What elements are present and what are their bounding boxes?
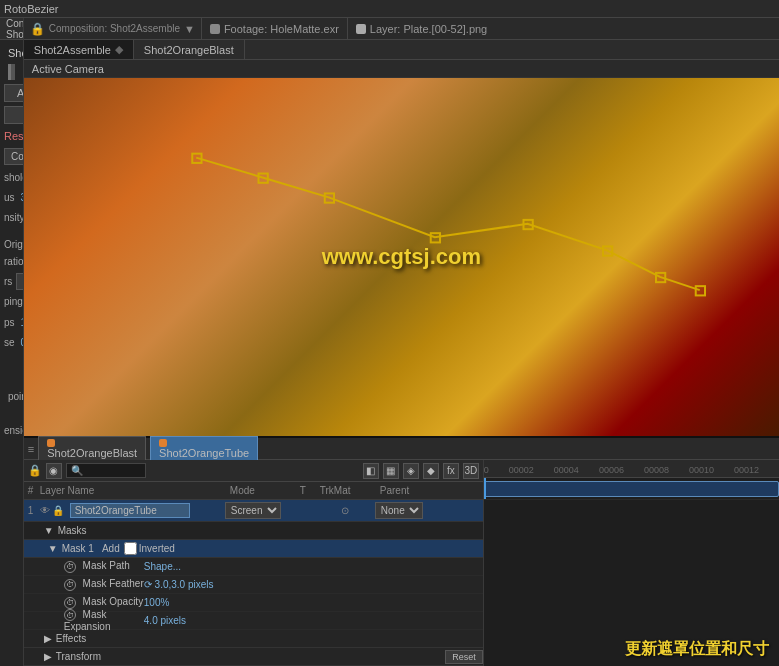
search-input[interactable]: [66, 463, 146, 478]
dimensions-label: ensions: [4, 425, 23, 436]
reset-button[interactable]: Reset: [4, 106, 23, 124]
ruler-8: 00008: [644, 465, 689, 475]
checkpoint-label: point: [4, 391, 23, 402]
stopwatch-icon-path[interactable]: ⏱: [64, 561, 76, 573]
reset-link[interactable]: Reset: [4, 130, 23, 142]
comp-dropdown-icon[interactable]: ▼: [184, 23, 195, 35]
left-panel: Controls: Shot2OrangeTube ✕ Shot2OrangeT…: [0, 18, 24, 666]
threshold-label: shold: [4, 172, 23, 183]
comp-icon[interactable]: ◧: [363, 463, 379, 479]
transform-section[interactable]: ▶ Transform Reset: [24, 648, 483, 666]
mask-expansion-row: ⏱ Mask Expansion 4.0 pixels: [24, 612, 483, 630]
layer-row-1[interactable]: 1 👁 🔒 Shot2OrangeTube Screen: [24, 500, 483, 522]
timeline-right: 0 00002 00004 00006 00008 00010 00012: [484, 460, 779, 666]
checkpoint-row: point 50%: [4, 391, 19, 402]
chinese-text-timeline: 更新遮罩位置和尺寸: [625, 639, 769, 660]
timeline-tab-blast[interactable]: Shot2OrangeBlast: [38, 436, 146, 462]
ruler-4: 00004: [554, 465, 599, 475]
footage-dot: [210, 24, 220, 34]
colors-label: rs: [4, 276, 16, 287]
sub-tab-assemble[interactable]: Shot2Assemble ◆: [24, 40, 134, 59]
3d-icon[interactable]: 3D: [463, 463, 479, 479]
radius-value[interactable]: 30.0: [21, 192, 23, 203]
mask-expansion-value[interactable]: 4.0 pixels: [144, 615, 186, 626]
stopwatch-icon-expansion[interactable]: ⏱: [64, 609, 76, 621]
mask-opacity-value[interactable]: 100%: [144, 597, 170, 608]
triangle-effects: ▶: [44, 633, 52, 644]
timeline-content: 🔒 ◉ ◧ ▦ ◈ ◆ fx 3D # Layer Name: [24, 460, 779, 666]
stopwatch-icon-feather[interactable]: ⏱: [64, 579, 76, 591]
controls-section: Shot2OrangeTube Auto Smooth Reset Reset …: [0, 40, 23, 666]
inverted-checkbox[interactable]: [124, 542, 137, 555]
lock-icon-1[interactable]: 🔒: [52, 505, 64, 516]
track-bar-1[interactable]: [484, 481, 779, 497]
stopwatch-icon-opacity[interactable]: ⏱: [64, 597, 76, 609]
tube-dot: [159, 439, 167, 447]
footage-label: Footage: HoleMatte.exr: [224, 23, 339, 35]
ruler-2: 00002: [509, 465, 554, 475]
top-bar: RotoBezier: [0, 0, 779, 18]
mask-feather-value[interactable]: ⟳ 3.0,3.0 pixels: [144, 579, 214, 590]
button-row: Auto Smooth: [4, 84, 19, 102]
eye-icon-1[interactable]: 👁: [40, 505, 50, 516]
viewport[interactable]: www.cgtsj.com 100% ⊞ ⊟ 00016 📷 🎨 Full ▦ …: [24, 78, 779, 436]
layer-parent-select-1[interactable]: None: [375, 502, 423, 519]
colors-select[interactable]: A & B Colors: [16, 273, 22, 290]
sub-tab-assemble-close[interactable]: ◆: [115, 43, 123, 56]
mode-icon[interactable]: ▦: [383, 463, 399, 479]
solo-icon[interactable]: ◉: [46, 463, 62, 479]
triangle-transform: ▶: [44, 651, 52, 662]
knob-row: [4, 357, 23, 385]
timeline-left: 🔒 ◉ ◧ ▦ ◈ ◆ fx 3D # Layer Name: [24, 460, 484, 666]
layer-icons-1: 👁 🔒: [40, 505, 70, 516]
color-channels-select[interactable]: Color Channels: [4, 148, 23, 165]
ruler-10: 00010: [689, 465, 734, 475]
sub-tab-blast[interactable]: Shot2OrangeBlast: [134, 40, 245, 59]
lock-icon-tl: 🔒: [28, 464, 42, 477]
mask-path-row: ⏱ Mask Path Shape...: [24, 558, 483, 576]
layer-label: Layer: Plate.[00-52].png: [370, 23, 487, 35]
t-header: T: [300, 485, 320, 496]
threshold-row: shold 6.0%: [4, 168, 19, 186]
comp-name: Shot2OrangeTube: [4, 44, 19, 62]
trkmat-header: TrkMat: [320, 485, 380, 496]
parent-icon[interactable]: ◈: [403, 463, 419, 479]
mode-header: Mode: [230, 485, 300, 496]
effects-section[interactable]: ▶ Effects: [24, 630, 483, 648]
parent-header: Parent: [380, 485, 460, 496]
tube-tab-label: Shot2OrangeTube: [159, 447, 249, 459]
transform-reset-button[interactable]: Reset: [445, 650, 483, 664]
steps-value[interactable]: 1.0: [21, 317, 23, 328]
layer-tab[interactable]: Layer: Plate.[00-52].png: [348, 18, 495, 39]
track-area[interactable]: 更新遮罩位置和尺寸: [484, 478, 779, 666]
density-row: nsity 1.5: [4, 208, 19, 226]
lock-icon[interactable]: 🔒: [30, 22, 45, 36]
panel-header: Controls: Shot2OrangeTube ✕: [0, 18, 23, 40]
effect-icon[interactable]: fx: [443, 463, 459, 479]
timeline-tab-tube[interactable]: Shot2OrangeTube: [150, 436, 258, 462]
slider[interactable]: [8, 64, 15, 80]
reset-row: Reset: [4, 106, 19, 124]
menu-icon[interactable]: ≡: [28, 443, 34, 455]
timeline-area: ≡ Shot2OrangeBlast Shot2OrangeTube: [24, 436, 779, 666]
mask-mode-label: Add: [102, 543, 120, 554]
layer-trkmat-1: ⊙: [315, 505, 375, 516]
density-label: nsity: [4, 212, 23, 223]
main-layout: Controls: Shot2OrangeTube ✕ Shot2OrangeT…: [0, 18, 779, 666]
layer-dot: [356, 24, 366, 34]
auto-button[interactable]: Auto: [4, 84, 23, 102]
mask-item-1[interactable]: ▼ Mask 1 Add Inverted: [24, 540, 483, 558]
control-point-8[interactable]: [696, 286, 705, 295]
keyframe-icon[interactable]: ◆: [423, 463, 439, 479]
phase-value[interactable]: 0x+0.0°: [21, 337, 23, 348]
radius-row: us 30.0: [4, 188, 19, 206]
phase-label: se: [4, 337, 21, 348]
layer-mode-select-1[interactable]: Screen: [225, 502, 281, 519]
timeline-toolbar: 🔒 ◉ ◧ ▦ ◈ ◆ fx 3D: [24, 460, 483, 482]
footage-tab[interactable]: Footage: HoleMatte.exr: [202, 18, 348, 39]
layer-name-box-1[interactable]: Shot2OrangeTube: [70, 503, 190, 518]
color-channels-row: Color Channels: [4, 148, 19, 165]
mask-path-value[interactable]: Shape...: [144, 561, 181, 572]
bezier-path: [196, 158, 699, 290]
phase-row: se 0x+0.0°: [4, 333, 19, 351]
